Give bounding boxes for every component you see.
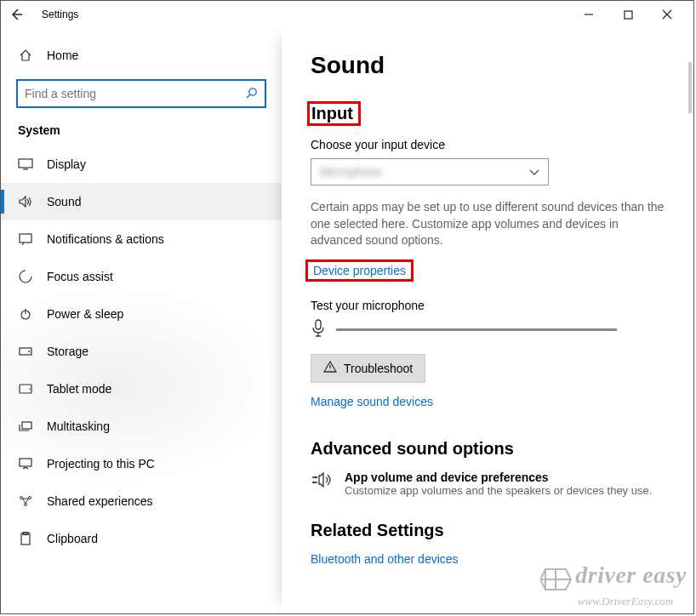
- annotation-highlight-device-properties: Device properties: [305, 260, 414, 282]
- annotation-highlight-input: Input: [307, 101, 361, 126]
- svg-point-6: [28, 351, 30, 352]
- sidebar-item-display[interactable]: Display: [1, 145, 282, 183]
- troubleshoot-label: Troubleshoot: [344, 362, 413, 375]
- sidebar-item-shared-experiences[interactable]: Shared experiences: [1, 482, 282, 520]
- sidebar-item-power-sleep[interactable]: Power & sleep: [1, 295, 282, 333]
- microphone-icon: [311, 319, 326, 340]
- svg-rect-3: [20, 234, 31, 242]
- svg-point-1: [249, 88, 256, 94]
- warning-icon: [323, 361, 337, 375]
- sidebar-item-label: Multitasking: [47, 419, 110, 433]
- tablet-icon: [18, 384, 33, 394]
- svg-point-17: [315, 476, 317, 478]
- troubleshoot-button[interactable]: Troubleshoot: [311, 354, 425, 383]
- app-volume-title: App volume and device preferences: [345, 471, 652, 484]
- chevron-down-icon: [529, 165, 539, 179]
- sidebar-item-label: Notifications & actions: [47, 232, 164, 246]
- mic-level-bar: [336, 328, 617, 331]
- svg-rect-16: [316, 320, 321, 329]
- related-heading: Related Settings: [311, 521, 665, 540]
- manage-sound-devices-link[interactable]: Manage sound devices: [311, 395, 433, 408]
- svg-rect-10: [20, 459, 31, 466]
- sidebar-item-label: Projecting to this PC: [47, 457, 155, 471]
- focus-icon: [18, 270, 33, 283]
- sidebar-item-projecting[interactable]: Projecting to this PC: [1, 445, 282, 482]
- power-icon: [18, 308, 33, 320]
- scrollbar[interactable]: [688, 62, 692, 113]
- app-volume-desc: Customize app volumes and the speakers o…: [345, 484, 652, 497]
- sidebar-item-tablet-mode[interactable]: Tablet mode: [1, 370, 282, 408]
- sound-icon: [18, 196, 33, 208]
- sidebar-item-label: Power & sleep: [47, 307, 123, 321]
- sidebar-item-label: Display: [47, 157, 86, 171]
- sidebar-item-clipboard[interactable]: Clipboard: [1, 520, 282, 557]
- content-area: Sound Input Choose your input device Mic…: [282, 28, 693, 613]
- notifications-icon: [18, 233, 33, 245]
- sidebar-item-label: Sound: [47, 195, 81, 208]
- search-field[interactable]: [25, 87, 246, 100]
- sidebar-item-storage[interactable]: Storage: [1, 333, 282, 370]
- clipboard-icon: [18, 532, 33, 545]
- svg-point-18: [313, 481, 316, 483]
- svg-point-8: [29, 388, 31, 390]
- window-title: Settings: [42, 9, 78, 20]
- test-mic-label: Test your microphone: [311, 299, 665, 312]
- choose-input-label: Choose your input device: [311, 138, 665, 151]
- device-properties-link[interactable]: Device properties: [313, 264, 406, 277]
- sidebar-item-label: Focus assist: [47, 270, 113, 283]
- sidebar-item-label: Shared experiences: [47, 494, 153, 508]
- sidebar-item-focus-assist[interactable]: Focus assist: [1, 258, 282, 295]
- app-volume-icon: [311, 472, 333, 492]
- sidebar-item-label: Clipboard: [47, 532, 98, 545]
- projecting-icon: [18, 458, 33, 470]
- sidebar-item-multitasking[interactable]: Multitasking: [1, 408, 282, 445]
- svg-rect-2: [19, 159, 32, 168]
- sidebar: Home System Display Sound: [1, 28, 282, 613]
- search-input[interactable]: [16, 79, 266, 108]
- page-title: Sound: [311, 52, 665, 79]
- minimize-button[interactable]: [569, 2, 608, 27]
- display-icon: [18, 158, 33, 170]
- sidebar-item-notifications[interactable]: Notifications & actions: [1, 220, 282, 258]
- input-hint-text: Certain apps may be set up to use differ…: [311, 199, 665, 249]
- bluetooth-link[interactable]: Bluetooth and other devices: [311, 552, 459, 566]
- search-icon: [246, 87, 258, 101]
- sidebar-item-label: Tablet mode: [47, 382, 111, 396]
- svg-rect-9: [22, 422, 31, 429]
- close-button[interactable]: [648, 2, 687, 27]
- advanced-heading: Advanced sound options: [311, 439, 665, 459]
- sidebar-home[interactable]: Home: [1, 37, 282, 74]
- multitasking-icon: [18, 421, 33, 431]
- maximize-button[interactable]: [608, 2, 648, 27]
- input-heading: Input: [311, 104, 353, 123]
- home-icon: [18, 48, 33, 62]
- sidebar-nav-list: Display Sound Notifications & actions Fo…: [1, 145, 282, 557]
- sidebar-home-label: Home: [47, 48, 78, 62]
- dropdown-value: Microphone: [320, 165, 382, 179]
- sidebar-item-label: Storage: [47, 345, 88, 358]
- input-device-dropdown[interactable]: Microphone: [311, 158, 549, 185]
- svg-rect-0: [625, 11, 632, 19]
- app-volume-row[interactable]: App volume and device preferences Custom…: [311, 471, 665, 497]
- sidebar-group-label: System: [1, 118, 282, 145]
- back-button[interactable]: [4, 3, 28, 26]
- storage-icon: [18, 347, 33, 356]
- sidebar-item-sound[interactable]: Sound: [1, 183, 282, 220]
- shared-icon: [18, 495, 33, 507]
